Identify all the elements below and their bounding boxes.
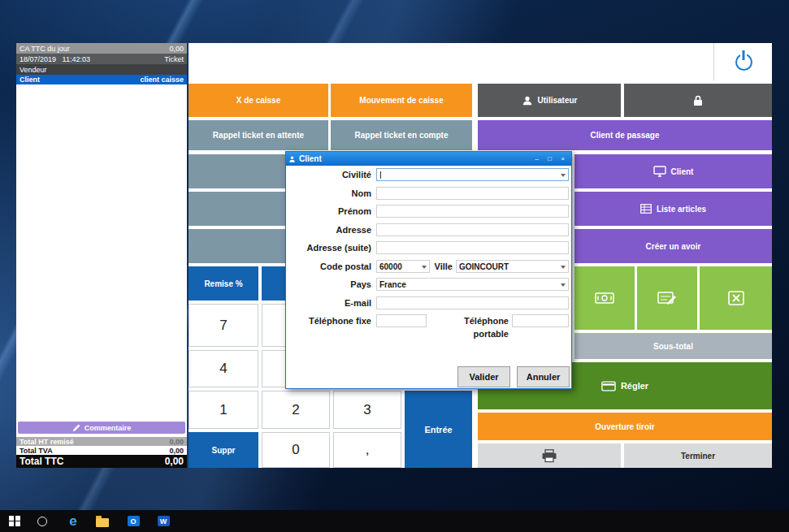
lock-icon (692, 94, 704, 107)
rappel-ticket-compte-button[interactable]: Rappel ticket en compte (331, 120, 472, 150)
valider-button[interactable]: Valider (457, 366, 510, 387)
client-value: client caisse (140, 76, 184, 84)
key-3[interactable]: 3 (333, 391, 401, 429)
power-icon (735, 54, 752, 71)
commentaire-button[interactable]: Commentaire (18, 422, 185, 434)
windows-taskbar: e O W (0, 510, 789, 532)
list-grid-icon (640, 204, 652, 214)
suppr-button[interactable]: Suppr (189, 432, 258, 468)
monitor-icon (653, 166, 666, 177)
ouverture-tiroir-button[interactable]: Ouverture tiroir (478, 413, 772, 440)
client-button[interactable]: Client (574, 154, 772, 188)
email-input[interactable] (376, 296, 569, 309)
vendeur-row: Vendeur (16, 64, 187, 75)
nom-input[interactable] (376, 187, 569, 200)
credit-card-icon (601, 380, 616, 392)
ville-label: Ville (431, 260, 453, 273)
utilisateur-button[interactable]: Utilisateur (478, 84, 621, 117)
scan-input[interactable] (189, 43, 713, 80)
key-2[interactable]: 2 (262, 391, 330, 429)
text-cursor (380, 171, 381, 179)
ville-combobox[interactable]: GOINCOURT (456, 260, 569, 273)
topbar-divider (713, 43, 714, 80)
start-button[interactable] (4, 510, 25, 532)
pays-label: Pays (288, 278, 371, 291)
creer-un-avoir-button[interactable]: Créer un avoir (574, 229, 772, 263)
power-button[interactable] (715, 43, 772, 80)
file-explorer-taskbar-button[interactable] (92, 510, 113, 532)
entree-button[interactable]: Entrée (405, 391, 472, 468)
tel-fixe-input[interactable] (376, 314, 427, 327)
edge-icon: e (69, 514, 76, 528)
adresse-input[interactable] (376, 223, 569, 236)
dialog-maximize-button[interactable]: □ (544, 154, 556, 164)
liste-articles-button[interactable]: Liste articles (574, 192, 772, 226)
dialog-close-button[interactable]: × (557, 154, 569, 164)
code-postal-label: Code postal (288, 260, 371, 273)
dropdown-caret-icon (561, 283, 566, 287)
search-button[interactable] (32, 510, 53, 532)
sous-total-button[interactable]: Sous-total (574, 333, 772, 359)
tel-fixe-label: Téléphone fixe (288, 314, 371, 327)
dialog-title: Client (299, 154, 322, 163)
key-0[interactable]: 0 (262, 432, 330, 468)
print-button[interactable] (478, 443, 621, 468)
banknote-icon (594, 289, 615, 307)
dropdown-caret-icon (422, 266, 427, 269)
mouvement-de-caisse-button[interactable]: Mouvement de caisse (331, 84, 472, 117)
dropdown-caret-icon (561, 266, 566, 269)
total-ttc-row: Total TTC 0,00 (16, 455, 187, 468)
client-label: Client (20, 76, 40, 84)
datetime-label: 18/07/2019 11:42:03 (20, 55, 90, 63)
windows-logo-icon (9, 516, 20, 527)
outlook-taskbar-button[interactable]: O (123, 510, 144, 532)
annuler-button[interactable]: Annuler (517, 366, 570, 387)
date-ticket-row: 18/07/2019 11:42:03 Ticket (16, 54, 187, 64)
civilite-label: Civilité (288, 168, 371, 181)
payment-cancel-button[interactable] (700, 266, 772, 330)
x-box-icon (726, 289, 746, 307)
pays-combobox[interactable]: France (376, 278, 569, 291)
folder-icon (96, 518, 109, 527)
user-icon (522, 95, 533, 106)
vendeur-label: Vendeur (20, 66, 47, 74)
key-4[interactable]: 4 (189, 350, 258, 387)
dialog-titlebar[interactable]: Client – □ × (286, 152, 571, 166)
adresse-label: Adresse (288, 223, 371, 236)
lock-button[interactable] (624, 84, 772, 117)
ca-ttc-value: 0,00 (169, 45, 184, 53)
total-ttc-value: 0,00 (165, 456, 184, 467)
outlook-icon: O (128, 516, 140, 526)
client-row[interactable]: Client client caisse (16, 75, 187, 84)
key-comma[interactable]: , (333, 432, 401, 468)
payment-cash-button[interactable] (574, 266, 635, 330)
cheque-pen-icon (657, 289, 678, 307)
rappel-ticket-attente-button[interactable]: Rappel ticket en attente (189, 120, 328, 150)
x-de-caisse-button[interactable]: X de caisse (189, 84, 328, 117)
client-dialog-icon (288, 155, 296, 163)
printer-icon (541, 449, 557, 463)
word-taskbar-button[interactable]: W (153, 510, 174, 532)
client-de-passage-button[interactable]: Client de passage (478, 120, 772, 150)
client-dialog: Client – □ × Civilité Nom Prénom Adresse… (285, 151, 572, 389)
civilite-combobox[interactable] (376, 168, 569, 181)
ticket-lines-area (16, 84, 187, 422)
adresse-suite-input[interactable] (376, 241, 569, 254)
prenom-label: Prénom (288, 205, 371, 218)
total-tva-row: Total TVA 0,00 (16, 446, 187, 455)
key-1[interactable]: 1 (189, 391, 258, 429)
dialog-minimize-button[interactable]: – (531, 154, 543, 164)
prenom-input[interactable] (376, 205, 569, 218)
ticket-label: Ticket (164, 55, 184, 63)
tel-portable-input[interactable] (512, 314, 569, 327)
payment-cheque-button[interactable] (637, 266, 697, 330)
email-label: E-mail (288, 296, 371, 309)
edge-taskbar-button[interactable]: e (63, 510, 84, 532)
key-7[interactable]: 7 (189, 304, 258, 347)
ca-ttc-row: CA TTC du jour 0,00 (16, 43, 187, 54)
remise-percent-button[interactable]: Remise % (189, 266, 258, 301)
adresse-suite-label: Adresse (suite) (288, 241, 371, 254)
ticket-panel: CA TTC du jour 0,00 18/07/2019 11:42:03 … (16, 43, 187, 468)
terminer-button[interactable]: Terminer (624, 443, 772, 468)
code-postal-combobox[interactable]: 60000 (376, 260, 430, 273)
